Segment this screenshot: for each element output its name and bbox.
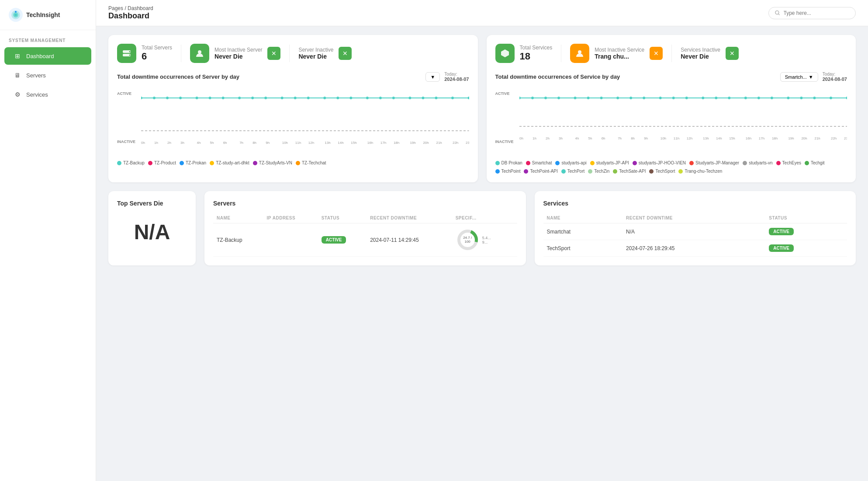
legend-dot-tz-backup	[117, 161, 121, 165]
legend-dot-studyarts-jp-manager	[689, 161, 694, 165]
svg-text:3h: 3h	[180, 141, 184, 145]
svg-point-10	[198, 50, 201, 54]
app-name: TechInsight	[26, 11, 60, 18]
topbar: Pages / Dashboard Dashboard	[96, 0, 868, 26]
sidebar-label-servers: Servers	[26, 72, 46, 79]
servers-dashboard-card: Total Servers 6 Most In	[108, 35, 478, 182]
sidebar: TechInsight SYSTEM MANAGEMENT ⊞ Dashboar…	[0, 0, 96, 481]
svg-text:13h: 13h	[325, 141, 330, 145]
search-input[interactable]	[784, 10, 849, 16]
legend-dot-techeyes	[776, 161, 781, 165]
search-box[interactable]	[768, 7, 856, 19]
svg-point-64	[531, 97, 534, 99]
svg-point-82	[787, 97, 789, 99]
server-inactive-close[interactable]: ✕	[339, 47, 352, 60]
services-dashboard-card: Total Services 18 Most	[487, 35, 856, 182]
header-left: Pages / Dashboard Dashboard	[108, 5, 153, 21]
legend-dot-studyarts-jp-api	[590, 161, 595, 165]
svg-point-75	[685, 97, 688, 99]
servers-stats-row: Total Servers 6 Most In	[117, 44, 469, 63]
most-inactive-service-text: Most Inactive Service Trang chu...	[595, 47, 644, 60]
svg-point-73	[659, 97, 661, 99]
svg-point-30	[392, 97, 395, 99]
svg-text:10h: 10h	[660, 136, 666, 140]
svg-point-3	[15, 11, 17, 13]
svg-point-65	[544, 97, 547, 99]
logo-icon	[9, 8, 23, 22]
legend-dot-techpoint	[495, 169, 500, 174]
most-inactive-service-badge	[570, 44, 589, 63]
svg-point-29	[379, 97, 382, 99]
divider-2	[289, 45, 290, 62]
svg-text:1h: 1h	[533, 136, 536, 140]
svg-point-4	[775, 11, 779, 14]
legend-studyarts-jp-manager: Studyarts-JP-Manager	[689, 160, 739, 165]
svg-point-69	[600, 97, 602, 99]
most-inactive-server-close[interactable]: ✕	[267, 47, 280, 60]
legend-dot-studyarts-vn	[743, 161, 747, 165]
most-inactive-service-close[interactable]: ✕	[650, 47, 663, 60]
svg-point-71	[629, 97, 632, 99]
svg-text:0h: 0h	[141, 141, 145, 145]
svg-point-17	[209, 97, 211, 99]
services-table-card: Services NAME RECENT DOWNTIME STATUS Sma…	[535, 191, 856, 265]
legend-techeyes: TechEyes	[776, 160, 801, 165]
svg-point-86	[846, 97, 847, 99]
sidebar-item-dashboard[interactable]: ⊞ Dashboard	[4, 47, 91, 65]
sidebar-item-servers[interactable]: 🖥 Servers	[4, 66, 91, 84]
svg-text:6h: 6h	[601, 136, 605, 140]
sidebar-label-services: Services	[26, 91, 48, 98]
total-servers-badge	[117, 44, 136, 63]
svg-text:7h: 7h	[618, 136, 622, 140]
total-servers-text: Total Servers 6	[142, 45, 172, 62]
legend-dot-techport	[561, 169, 566, 174]
svg-text:8h: 8h	[631, 136, 635, 140]
server-chart-dropdown[interactable]: ▼	[425, 72, 440, 82]
svc-downtime: N/A	[622, 223, 765, 240]
server-chart-controls: ▼ Today: 2024-08-07	[425, 72, 469, 82]
svg-text:12h: 12h	[686, 136, 692, 140]
col-specific: SPECIF...	[452, 213, 517, 223]
sidebar-item-services[interactable]: ⚙ Services	[4, 86, 91, 103]
svg-text:23h: 23h	[844, 136, 847, 140]
legend-dot-techzin	[588, 169, 592, 174]
servers-table-card: Servers NAME IP ADDRESS STATUS RECENT DO…	[204, 191, 526, 265]
legend-dot-techgit	[805, 161, 809, 165]
svg-point-80	[757, 97, 760, 99]
svg-text:20h: 20h	[801, 136, 807, 140]
top-servers-title: Top Servers Die	[117, 200, 187, 207]
status-badge-active: ACTIVE	[769, 244, 794, 252]
svg-point-9	[129, 55, 131, 56]
services-chart-dropdown[interactable]: Smartch... ▼	[780, 72, 818, 82]
legend-techpoint-api: TechPoint-API	[524, 169, 557, 174]
svg-text:21h: 21h	[814, 136, 820, 140]
svg-line-5	[778, 14, 780, 15]
legend-dot-tz-prokan	[180, 161, 184, 165]
svg-point-18	[222, 97, 225, 99]
servers-icon: 🖥	[13, 71, 22, 80]
services-inactive-close[interactable]: ✕	[726, 47, 739, 60]
total-services-text: Total Services 18	[520, 45, 553, 62]
svg-point-83	[800, 97, 802, 99]
table-row: TZ-Backup ACTIVE 2024-07-11 14:29:45	[213, 223, 517, 257]
donut-chart: 24.7 /100	[456, 228, 480, 252]
svg-point-2	[14, 14, 17, 16]
status-badge-active: ACTIVE	[322, 236, 346, 244]
breadcrumb: Pages / Dashboard	[108, 5, 153, 11]
legend-dot-studyarts-api	[555, 161, 560, 165]
server-legend: TZ-Backup TZ-Product TZ-Prokan TZ-study-…	[117, 160, 469, 165]
top-servers-card: Top Servers Die N/A	[108, 191, 196, 265]
server-chart-svg: 0h 1h 2h 3h 4h 5h 6h 7h 8h 9h 10h 11h 12…	[141, 87, 469, 153]
legend-techpoint: TechPoint	[495, 169, 521, 174]
svg-point-15	[179, 97, 182, 99]
legend-smartchat: Smartchat	[526, 160, 552, 165]
svg-text:3h: 3h	[559, 136, 563, 140]
services-active-label: ACTIVE	[495, 91, 510, 96]
services-table: NAME RECENT DOWNTIME STATUS Smartchat N/…	[543, 213, 847, 257]
legend-tz-study-art: TZ-study-art-dhkt	[210, 160, 249, 165]
search-icon	[775, 10, 780, 16]
legend-studyarts-jp-hoo-vien: studyarts-JP-HOO-VIEN	[633, 160, 686, 165]
legend-tz-studyarts-vn: TZ-StudyArts-VN	[253, 160, 292, 165]
services-chart-area: ACTIVE INACTIVE	[495, 87, 847, 157]
servers-table-title: Servers	[213, 200, 517, 207]
